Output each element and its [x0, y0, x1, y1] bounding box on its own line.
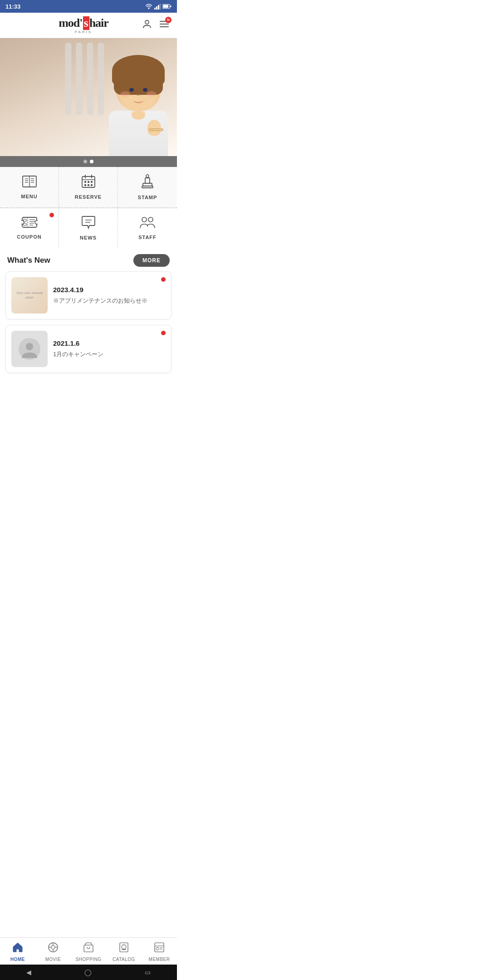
svg-rect-1: [154, 8, 156, 10]
svg-rect-28: [88, 184, 89, 186]
svg-rect-26: [91, 181, 93, 183]
news-text-2: 1月のキャンペーン: [53, 350, 166, 359]
profile-button[interactable]: [142, 19, 152, 32]
staff-button[interactable]: STAFF: [118, 208, 177, 248]
menu-button[interactable]: N: [159, 19, 170, 32]
model-figure: [109, 59, 168, 156]
slide-indicators: [0, 156, 177, 167]
chat-icon: [81, 216, 96, 232]
whats-new-section: What's New MORE: [0, 248, 177, 271]
stamp-button[interactable]: STAMP: [118, 167, 177, 207]
status-icons: [145, 3, 172, 10]
news-text-1: ※アプリメンテナンスのお知らせ※: [53, 296, 166, 305]
logo-paris: PARIS: [75, 30, 92, 34]
calendar-icon: [81, 175, 96, 191]
slide-dot-1[interactable]: [83, 160, 87, 163]
slide-dot-2[interactable]: [90, 160, 93, 163]
whats-new-title: What's New: [7, 256, 50, 265]
app-header: mod ' s hair PARIS N: [0, 13, 177, 38]
grid-menu-top: MENU RESERVE: [0, 167, 177, 208]
svg-rect-2: [156, 6, 157, 10]
staff-icon: [139, 216, 156, 232]
menu-label: MENU: [21, 194, 37, 199]
svg-rect-4: [160, 4, 161, 10]
status-bar: 11:33: [0, 0, 177, 13]
svg-rect-27: [84, 184, 86, 186]
grid-menu-bottom: COUPON NEWS STAFF: [0, 208, 177, 248]
news-card-2[interactable]: 2021.1.6 1月のキャンペーン: [5, 325, 172, 373]
svg-rect-29: [91, 184, 93, 186]
wifi-icon: [145, 3, 152, 10]
stamp-label: STAMP: [138, 195, 157, 200]
news-card-1[interactable]: Your own beauty salon 2023.4.19 ※アプリメンテナ…: [5, 271, 172, 319]
news-unread-dot-1: [161, 277, 166, 282]
svg-point-33: [146, 175, 149, 177]
news-button[interactable]: NEWS: [59, 208, 118, 248]
svg-rect-24: [84, 181, 86, 183]
header-actions: N: [142, 19, 170, 32]
svg-rect-6: [170, 5, 171, 7]
svg-point-47: [148, 217, 153, 222]
svg-point-36: [35, 220, 38, 224]
more-button[interactable]: MORE: [133, 254, 170, 267]
svg-rect-25: [88, 181, 89, 183]
book-icon: [22, 175, 37, 191]
news-date-1: 2023.4.19: [53, 286, 166, 294]
news-label: NEWS: [80, 235, 97, 240]
news-unread-dot-2: [161, 331, 166, 335]
news-thumb-placeholder: [18, 338, 41, 360]
svg-rect-32: [145, 178, 150, 183]
svg-point-0: [148, 8, 149, 9]
news-date-2: 2021.1.6: [53, 339, 166, 347]
news-content-1: 2023.4.19 ※アプリメンテナンスのお知らせ※: [53, 286, 166, 305]
coupon-button[interactable]: COUPON: [0, 208, 59, 248]
signal-icon: [154, 3, 161, 10]
news-thumb-1: Your own beauty salon: [11, 277, 48, 314]
svg-point-8: [145, 20, 149, 24]
coupon-icon: [21, 216, 38, 231]
logo: mod ' s hair PARIS: [59, 16, 108, 34]
battery-icon: [162, 4, 172, 9]
svg-rect-7: [163, 5, 168, 8]
reserve-button[interactable]: RESERVE: [59, 167, 118, 207]
news-thumb-2: [11, 331, 48, 367]
reserve-label: RESERVE: [75, 194, 102, 200]
menu-button[interactable]: MENU: [0, 167, 59, 207]
chair-decoration: [65, 43, 104, 115]
profile-icon: [142, 19, 152, 29]
hero-banner[interactable]: [0, 38, 177, 156]
svg-point-49: [26, 343, 33, 350]
svg-rect-3: [158, 5, 159, 10]
staff-label: STAFF: [138, 235, 157, 240]
news-content-2: 2021.1.6 1月のキャンペーン: [53, 339, 166, 359]
stamp-icon: [141, 174, 154, 192]
notification-badge: N: [165, 17, 172, 23]
coupon-notification-dot: [49, 213, 54, 217]
coupon-label: COUPON: [17, 234, 41, 240]
svg-rect-31: [142, 186, 153, 188]
status-time: 11:33: [5, 3, 20, 10]
svg-point-46: [142, 217, 147, 222]
